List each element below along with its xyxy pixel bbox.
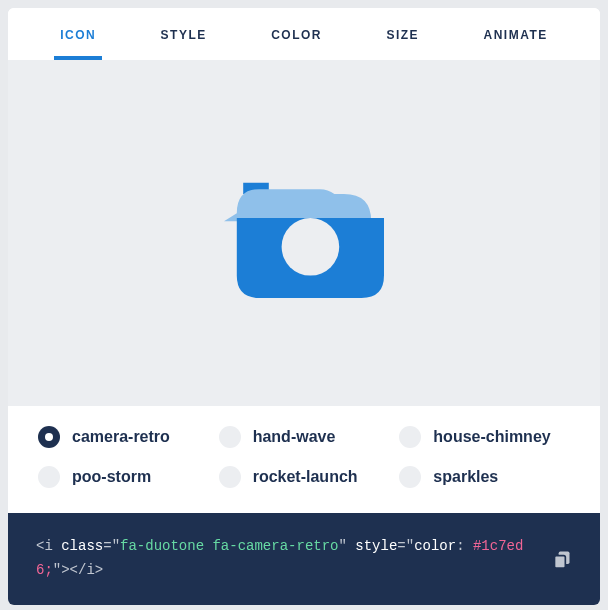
- radio-circle-icon: [399, 426, 421, 448]
- svg-rect-2: [555, 555, 566, 568]
- radio-label: rocket-launch: [253, 468, 358, 486]
- radio-label: sparkles: [433, 468, 498, 486]
- radio-label: poo-storm: [72, 468, 151, 486]
- tab-bar: ICONSTYLECOLORSIZEANIMATE: [8, 8, 600, 61]
- radio-hand-wave[interactable]: hand-wave: [219, 426, 390, 448]
- radio-poo-storm[interactable]: poo-storm: [38, 466, 209, 488]
- radio-camera-retro[interactable]: camera-retro: [38, 426, 209, 448]
- radio-rocket-launch[interactable]: rocket-launch: [219, 466, 390, 488]
- radio-label: hand-wave: [253, 428, 336, 446]
- radio-circle-icon: [38, 426, 60, 448]
- radio-label: camera-retro: [72, 428, 170, 446]
- radio-circle-icon: [38, 466, 60, 488]
- icon-preview: [8, 61, 600, 406]
- tab-color[interactable]: COLOR: [265, 8, 328, 60]
- radio-circle-icon: [219, 426, 241, 448]
- radio-circle-icon: [219, 466, 241, 488]
- icon-options-grid: camera-retrohand-wavehouse-chimneypoo-st…: [8, 406, 600, 513]
- tab-animate[interactable]: ANIMATE: [478, 8, 554, 60]
- code-snippet: <i class="fa-duotone fa-camera-retro" st…: [36, 535, 532, 583]
- radio-house-chimney[interactable]: house-chimney: [399, 426, 570, 448]
- tab-icon[interactable]: ICON: [54, 8, 102, 60]
- code-snippet-bar: <i class="fa-duotone fa-camera-retro" st…: [8, 513, 600, 605]
- svg-point-0: [282, 218, 340, 276]
- copy-icon[interactable]: [552, 549, 572, 569]
- radio-circle-icon: [399, 466, 421, 488]
- tab-size[interactable]: SIZE: [380, 8, 425, 60]
- icon-configurator-card: ICONSTYLECOLORSIZEANIMATE camera-retroha…: [8, 8, 600, 605]
- camera-retro-icon: [224, 154, 384, 314]
- radio-label: house-chimney: [433, 428, 550, 446]
- tab-style[interactable]: STYLE: [155, 8, 213, 60]
- radio-sparkles[interactable]: sparkles: [399, 466, 570, 488]
